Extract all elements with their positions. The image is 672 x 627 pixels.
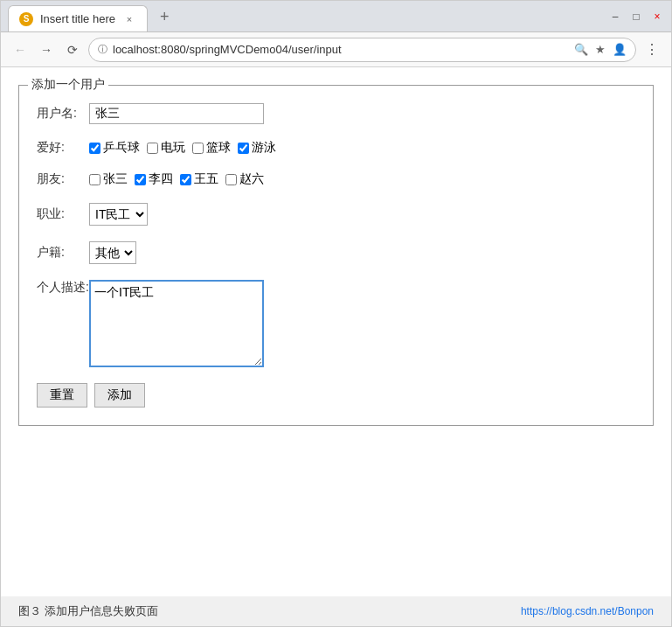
refresh-btn[interactable]: ⟳ [62,39,83,60]
add-button[interactable]: 添加 [94,383,145,408]
hobbies-label: 爱好: [37,140,89,156]
close-btn[interactable]: × [650,10,664,24]
tab-close-btn[interactable]: × [122,12,136,26]
hometown-row: 户籍: 其他 北京 上海 广州 [37,241,635,264]
profile-icon[interactable]: 👤 [613,43,627,56]
url-action-icons: 🔍 ★ 👤 [574,43,627,56]
page-content: 添加一个用户 用户名: 爱好: 乒乓球 电玩 [1,67,671,596]
forward-btn[interactable]: → [36,39,57,60]
bookmark-icon[interactable]: ★ [595,43,606,56]
tab-favicon [19,12,33,26]
username-row: 用户名: [37,103,635,124]
friends-group: 张三 李四 王五 赵六 [89,171,264,187]
new-tab-btn[interactable]: + [151,3,178,31]
form-container: 添加一个用户 用户名: 爱好: 乒乓球 电玩 [18,85,654,426]
tab-title: Insert title here [40,12,115,25]
browser-window: Insert title here × + – □ × ← → ⟳ ⓘ loca… [0,0,672,627]
window-controls: – □ × [608,10,664,24]
minimize-btn[interactable]: – [608,10,622,24]
footer-caption: 图３ 添加用户信息失败页面 [18,603,158,619]
username-input[interactable] [89,103,264,124]
desc-row: 个人描述: 一个IT民工 [37,280,635,367]
url-text: localhost:8080/springMVCDemo04/user/inpu… [113,43,569,56]
job-select[interactable]: IT民工 教师 医生 其他 [89,203,148,226]
username-label: 用户名: [37,106,89,122]
friend-zhaoliu-checkbox[interactable] [225,174,237,185]
hometown-label: 户籍: [37,245,89,261]
reset-button[interactable]: 重置 [37,383,87,408]
friend-wangwu[interactable]: 王五 [180,171,218,187]
friend-zhangsan[interactable]: 张三 [89,171,128,187]
job-label: 职业: [37,206,89,222]
button-row: 重置 添加 [37,383,635,408]
hobby-pingpong[interactable]: 乒乓球 [89,140,140,156]
maximize-btn[interactable]: □ [629,10,643,24]
friend-lisi[interactable]: 李四 [135,171,173,187]
form-legend: 添加一个用户 [28,77,108,93]
hobby-gaming-checkbox[interactable] [147,143,158,154]
hobby-basketball[interactable]: 篮球 [192,140,231,156]
hobbies-row: 爱好: 乒乓球 电玩 篮球 [37,140,635,156]
job-row: 职业: IT民工 教师 医生 其他 [37,203,635,226]
menu-btn[interactable]: ⋮ [641,39,662,60]
friend-zhangsan-checkbox[interactable] [89,174,100,185]
search-icon[interactable]: 🔍 [574,43,588,56]
hobby-swimming-checkbox[interactable] [238,143,249,154]
address-bar: ← → ⟳ ⓘ localhost:8080/springMVCDemo04/u… [1,32,671,67]
friends-row: 朋友: 张三 李四 王五 赵 [37,171,635,187]
hometown-select[interactable]: 其他 北京 上海 广州 [89,241,136,264]
hobby-swimming[interactable]: 游泳 [238,140,276,156]
friend-zhaoliu[interactable]: 赵六 [225,171,264,187]
hobbies-group: 乒乓球 电玩 篮球 游泳 [89,140,276,156]
tab-area: Insert title here × + [8,1,608,31]
hobby-pingpong-checkbox[interactable] [89,143,100,154]
hobby-basketball-checkbox[interactable] [192,143,204,154]
desc-textarea[interactable]: 一个IT民工 [89,280,264,367]
footer: 图３ 添加用户信息失败页面 https://blog.csdn.net/Bonp… [1,596,671,626]
friend-lisi-checkbox[interactable] [135,174,146,185]
desc-label: 个人描述: [37,280,89,296]
footer-link[interactable]: https://blog.csdn.net/Bonpon [521,605,654,617]
active-tab[interactable]: Insert title here × [8,5,148,31]
back-btn[interactable]: ← [10,39,31,60]
title-bar: Insert title here × + – □ × [1,1,671,32]
security-icon: ⓘ [98,43,107,56]
hobby-gaming[interactable]: 电玩 [147,140,185,156]
url-bar[interactable]: ⓘ localhost:8080/springMVCDemo04/user/in… [88,38,636,62]
friend-wangwu-checkbox[interactable] [180,174,191,185]
friends-label: 朋友: [37,171,89,187]
